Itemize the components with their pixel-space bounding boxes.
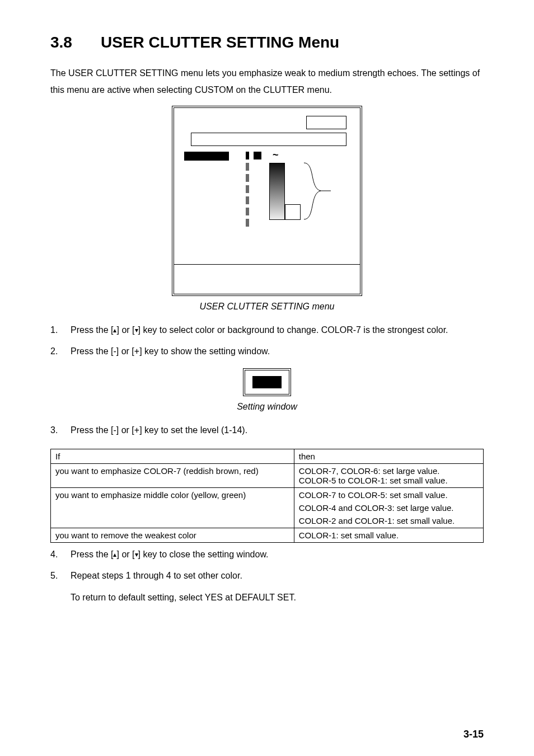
step-3: 3. Press the [-] or [+] key to set the l… [50, 422, 484, 439]
table-cell-if: you want to emphasize middle color (yell… [51, 487, 294, 528]
step-1: 1. Press the [▴] or [▾] key to select co… [50, 322, 484, 339]
figure2-caption: Setting window [50, 402, 484, 412]
figure-color-swatch [246, 163, 249, 171]
figure-tilde: ~ [273, 149, 279, 161]
step-number: 5. [50, 567, 66, 584]
table-header-row: If then [51, 449, 484, 463]
figure-color-swatch [246, 152, 249, 159]
table-row: you want to emphasize COLOR-7 (reddish b… [51, 463, 484, 487]
step-2: 2. Press the [-] or [+] key to show the … [50, 343, 484, 360]
section-heading: 3.8USER CLUTTER SETTING Menu [50, 34, 484, 51]
step-text: Press the [-] or [+] key to show the set… [71, 346, 270, 356]
figure-color-swatch [246, 174, 249, 182]
step-text: Press the [▴] or [▾] key to close the se… [71, 550, 269, 559]
figure-gradient-bar [269, 163, 285, 220]
table-cell-then: COLOR-7 to COLOR-5: set small value. COL… [294, 487, 483, 528]
figure1-caption: USER CLUTTER SETTING menu [50, 302, 484, 312]
figure-box-small [306, 116, 346, 129]
setting-window-figure [243, 368, 291, 396]
step-number: 4. [50, 546, 66, 563]
table-header-then: then [294, 449, 483, 463]
figure-color-swatch [246, 219, 249, 227]
figure-top-square [254, 152, 261, 159]
step-text: Press the [▴] or [▾] key to select color… [71, 325, 448, 335]
table-cell-if: you want to emphasize COLOR-7 (reddish b… [51, 463, 294, 487]
step-5-note: To return to default setting, select YES… [50, 589, 484, 606]
figure-color-swatch [246, 196, 249, 204]
step-number: 2. [50, 343, 66, 360]
page-number: 3-15 [463, 729, 484, 740]
table-row: you want to remove the weakest color COL… [51, 528, 484, 542]
figure-divider [174, 264, 360, 265]
table-cell-then: COLOR-1: set small value. [294, 528, 483, 542]
figure-color-swatch [246, 185, 249, 193]
figure-gradient-outline [285, 204, 301, 220]
step-4: 4. Press the [▴] or [▾] key to close the… [50, 546, 484, 563]
intro-paragraph: The USER CLUTTER SETTING menu lets you e… [50, 65, 484, 99]
table-cell-then: COLOR-7, COLOR-6: set large value. COLOR… [294, 463, 483, 487]
guidance-table: If then you want to emphasize COLOR-7 (r… [50, 449, 484, 543]
section-title-text: USER CLUTTER SETTING Menu [101, 34, 339, 51]
step-number: 1. [50, 322, 66, 339]
table-header-if: If [51, 449, 294, 463]
table-row: you want to emphasize middle color (yell… [51, 487, 484, 528]
step-text: Press the [-] or [+] key to set the leve… [71, 425, 247, 435]
section-number: 3.8 [50, 34, 101, 51]
step-text: Repeat steps 1 through 4 to set other co… [71, 571, 242, 580]
table-cell-if: you want to remove the weakest color [51, 528, 294, 542]
figure-box-wide [191, 133, 346, 146]
figure-color-swatch [246, 208, 249, 215]
user-clutter-menu-figure: ~ [172, 106, 362, 296]
setting-window-inner [252, 376, 282, 388]
figure-color-column [246, 152, 249, 230]
figure-selected-bar [184, 152, 229, 161]
figure-brace [303, 162, 331, 220]
step-5: 5. Repeat steps 1 through 4 to set other… [50, 567, 484, 584]
step-number: 3. [50, 422, 66, 439]
